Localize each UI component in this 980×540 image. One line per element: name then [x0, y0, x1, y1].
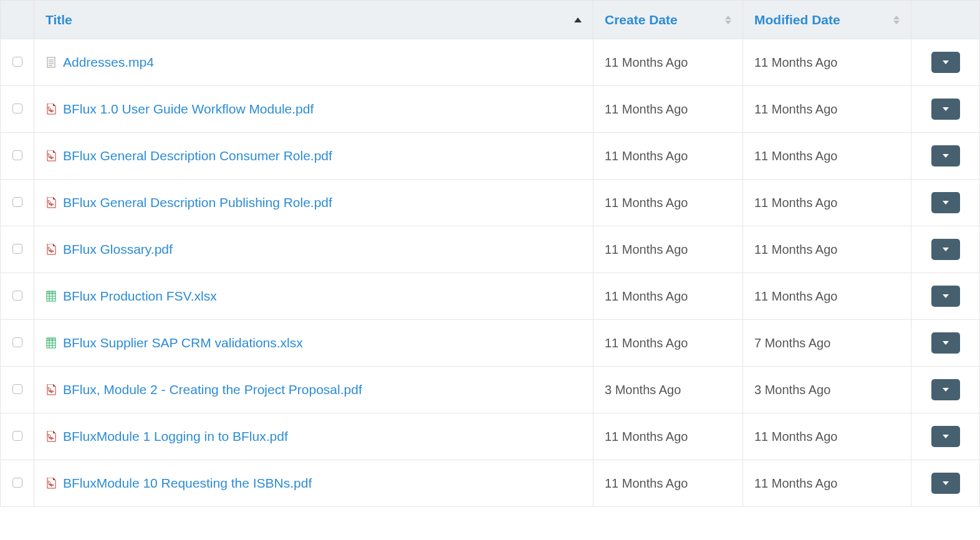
caret-down-icon	[943, 107, 949, 111]
row-actions-dropdown-button[interactable]	[931, 332, 960, 354]
row-checkbox[interactable]	[12, 431, 22, 441]
file-table-container: Title Create Date Modified Date	[0, 0, 980, 507]
caret-down-icon	[943, 60, 949, 64]
file-title-link[interactable]: BFluxModule 1 Logging in to BFlux.pdf	[63, 429, 288, 444]
row-title-cell: BFlux Glossary.pdf	[34, 226, 593, 273]
row-checkbox[interactable]	[12, 150, 22, 160]
row-modified-date: 11 Months Ago	[743, 413, 911, 460]
row-actions-dropdown-button[interactable]	[931, 99, 960, 120]
header-modified-date[interactable]: Modified Date	[743, 1, 911, 39]
file-title-link[interactable]: BFlux 1.0 User Guide Workflow Module.pdf	[63, 102, 314, 117]
pdf-file-icon	[46, 150, 57, 162]
row-modified-date: 11 Months Ago	[743, 273, 911, 320]
row-title-cell: BFlux Supplier SAP CRM validations.xlsx	[34, 320, 593, 367]
row-checkbox-cell	[1, 320, 34, 367]
row-modified-date: 3 Months Ago	[743, 367, 911, 413]
row-actions-dropdown-button[interactable]	[931, 286, 960, 307]
row-checkbox[interactable]	[12, 57, 22, 67]
xls-file-icon	[46, 290, 57, 302]
table-row: BFlux, Module 2 - Creating the Project P…	[1, 367, 980, 413]
sort-inactive-icon	[725, 16, 731, 24]
caret-down-icon	[943, 248, 949, 251]
caret-down-icon	[943, 294, 949, 298]
row-title-cell: BFlux General Description Consumer Role.…	[34, 133, 593, 180]
table-row: BFlux Glossary.pdf11 Months Ago11 Months…	[1, 226, 980, 273]
row-actions-dropdown-button[interactable]	[931, 192, 960, 213]
row-actions-cell	[911, 413, 980, 460]
row-title-cell: BFlux General Description Publishing Rol…	[34, 180, 593, 226]
row-actions-dropdown-button[interactable]	[931, 52, 960, 73]
row-create-date: 11 Months Ago	[593, 133, 743, 180]
table-header-row: Title Create Date Modified Date	[1, 1, 980, 39]
row-title-cell: BFluxModule 10 Requesting the ISBNs.pdf	[34, 460, 593, 507]
table-row: BFluxModule 1 Logging in to BFlux.pdf11 …	[1, 413, 980, 460]
file-table: Title Create Date Modified Date	[0, 0, 980, 507]
row-checkbox-cell	[1, 460, 34, 507]
row-actions-cell	[911, 180, 980, 226]
pdf-file-icon	[46, 430, 57, 443]
file-title-link[interactable]: BFlux General Description Consumer Role.…	[63, 148, 332, 163]
caret-down-icon	[943, 481, 949, 485]
row-actions-dropdown-button[interactable]	[931, 145, 960, 166]
row-checkbox[interactable]	[12, 291, 22, 301]
header-checkbox-col	[1, 1, 34, 39]
row-checkbox-cell	[1, 273, 34, 320]
row-title-cell: BFlux, Module 2 - Creating the Project P…	[34, 367, 593, 413]
row-actions-dropdown-button[interactable]	[931, 426, 960, 447]
row-checkbox-cell	[1, 133, 34, 180]
row-create-date: 11 Months Ago	[593, 460, 743, 507]
row-title-cell: BFlux Production FSV.xlsx	[34, 273, 593, 320]
caret-down-icon	[943, 388, 949, 392]
caret-down-icon	[943, 154, 949, 158]
row-actions-cell	[911, 226, 980, 273]
row-checkbox-cell	[1, 226, 34, 273]
row-checkbox[interactable]	[12, 337, 22, 347]
row-create-date: 11 Months Ago	[593, 273, 743, 320]
svg-rect-0	[47, 57, 55, 67]
file-title-link[interactable]: BFluxModule 10 Requesting the ISBNs.pdf	[63, 476, 312, 491]
row-checkbox-cell	[1, 39, 34, 86]
row-checkbox[interactable]	[12, 104, 22, 113]
row-actions-cell	[911, 460, 980, 507]
header-actions-col	[911, 1, 980, 39]
row-actions-dropdown-button[interactable]	[931, 379, 960, 400]
row-title-cell: Addresses.mp4	[34, 39, 593, 86]
row-create-date: 11 Months Ago	[593, 226, 743, 273]
header-title[interactable]: Title	[34, 1, 593, 39]
file-title-link[interactable]: BFlux Production FSV.xlsx	[63, 289, 217, 304]
row-modified-date: 11 Months Ago	[743, 39, 911, 86]
file-title-link[interactable]: Addresses.mp4	[63, 55, 154, 70]
table-row: Addresses.mp411 Months Ago11 Months Ago	[1, 39, 980, 86]
caret-down-icon	[943, 201, 949, 205]
row-create-date: 11 Months Ago	[593, 413, 743, 460]
row-actions-dropdown-button[interactable]	[931, 239, 960, 260]
header-create-date[interactable]: Create Date	[593, 1, 743, 39]
header-create-date-label: Create Date	[605, 12, 678, 27]
file-title-link[interactable]: BFlux Supplier SAP CRM validations.xlsx	[63, 335, 303, 350]
row-checkbox[interactable]	[12, 478, 22, 488]
row-modified-date: 11 Months Ago	[743, 226, 911, 273]
svg-rect-18	[47, 338, 55, 340]
row-modified-date: 11 Months Ago	[743, 180, 911, 226]
row-actions-dropdown-button[interactable]	[931, 473, 960, 494]
row-checkbox[interactable]	[12, 244, 22, 254]
pdf-file-icon	[46, 103, 57, 115]
row-actions-cell	[911, 367, 980, 413]
row-actions-cell	[911, 320, 980, 367]
row-modified-date: 11 Months Ago	[743, 133, 911, 180]
row-actions-cell	[911, 86, 980, 133]
file-title-link[interactable]: BFlux, Module 2 - Creating the Project P…	[63, 382, 362, 397]
file-title-link[interactable]: BFlux Glossary.pdf	[63, 242, 173, 257]
table-row: BFlux General Description Publishing Rol…	[1, 180, 980, 226]
row-actions-cell	[911, 273, 980, 320]
pdf-file-icon	[46, 383, 57, 396]
header-modified-date-label: Modified Date	[754, 12, 840, 27]
row-checkbox-cell	[1, 86, 34, 133]
row-checkbox[interactable]	[12, 384, 22, 394]
file-title-link[interactable]: BFlux General Description Publishing Rol…	[63, 195, 332, 210]
row-checkbox[interactable]	[12, 197, 22, 207]
table-row: BFlux Production FSV.xlsx11 Months Ago11…	[1, 273, 980, 320]
row-modified-date: 7 Months Ago	[743, 320, 911, 367]
doc-file-icon	[46, 56, 57, 69]
row-actions-cell	[911, 39, 980, 86]
